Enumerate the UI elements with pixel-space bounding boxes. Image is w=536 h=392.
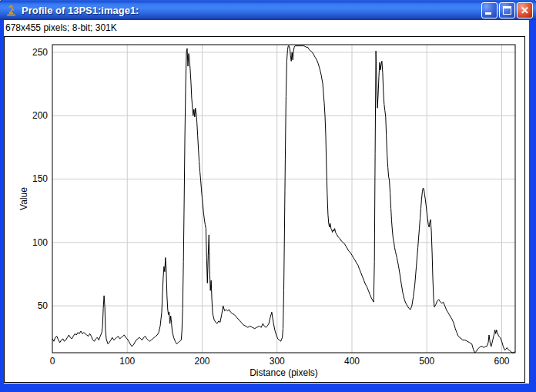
titlebar[interactable]: Profile of 13PS1:image1: ✕: [0, 0, 536, 20]
imagej-microscope-icon: [5, 4, 18, 17]
window-client-area: 678x455 pixels; 8-bit; 301K 010020030040…: [4, 20, 529, 384]
y-tick-label: 100: [32, 237, 48, 248]
y-tick-label: 150: [32, 173, 48, 184]
y-axis-label: Value: [18, 45, 31, 353]
x-axis-label: Distance (pixels): [52, 367, 515, 378]
y-tick-label: 200: [32, 110, 48, 121]
x-tick-label: 300: [270, 356, 285, 367]
x-tick-label: 500: [419, 356, 434, 367]
minimize-button[interactable]: [481, 2, 497, 18]
minimize-icon: [485, 12, 491, 15]
x-tick-label: 600: [494, 356, 509, 367]
image-info-status: 678x455 pixels; 8-bit; 301K: [5, 22, 117, 33]
profile-line: [52, 46, 515, 353]
maximize-button[interactable]: [499, 2, 515, 18]
x-tick-label: 200: [194, 356, 209, 367]
profile-plot: 010020030040050060050100150200250: [5, 37, 524, 382]
window-title: Profile of 13PS1:image1:: [22, 5, 480, 16]
x-tick-label: 100: [119, 356, 135, 367]
maximize-icon: [503, 6, 511, 15]
close-icon: ✕: [518, 3, 532, 18]
y-tick-label: 250: [32, 47, 48, 58]
x-tick-label: 0: [50, 356, 55, 367]
plot-window: Profile of 13PS1:image1: ✕ 678x455 pixel…: [0, 0, 536, 392]
close-button[interactable]: ✕: [517, 2, 533, 18]
y-tick-label: 50: [38, 300, 49, 311]
plot-image-canvas[interactable]: 010020030040050060050100150200250 Distan…: [4, 36, 525, 383]
x-tick-label: 400: [344, 356, 360, 367]
